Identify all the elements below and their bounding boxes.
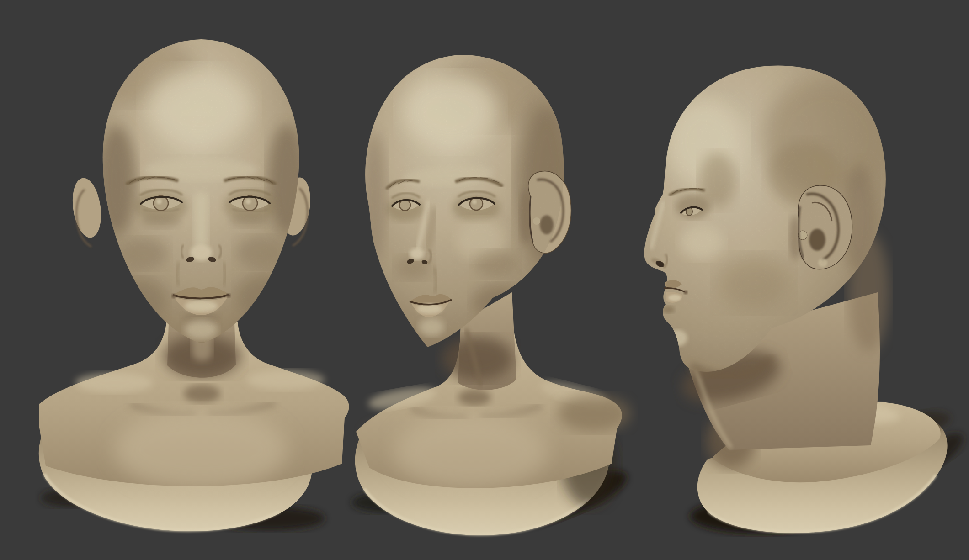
sculpt-render-svg xyxy=(0,0,969,560)
render-canvas xyxy=(0,0,969,560)
trap-highlight xyxy=(247,370,325,390)
shoulder-shadow xyxy=(558,395,631,432)
neck-pit-shadow xyxy=(458,389,491,406)
chest-highlight xyxy=(114,409,288,491)
chest-highlight xyxy=(393,413,548,491)
neck-pit-shadow xyxy=(184,385,220,403)
trap-highlight xyxy=(75,373,153,393)
